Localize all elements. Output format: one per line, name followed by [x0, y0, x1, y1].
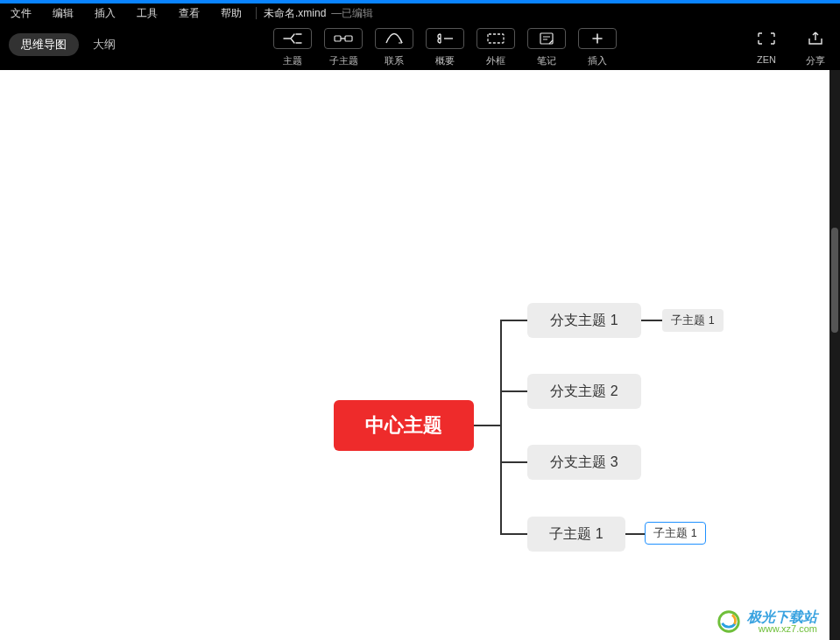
mindmap-canvas[interactable]: 中心主题 分支主题 1 分支主题 2 分支主题 3 子主题 1 子主题 1 子主…	[0, 70, 829, 640]
watermark-title: 极光下载站	[747, 610, 817, 624]
tool-relation[interactable]: 联系	[369, 23, 420, 67]
svg-rect-2	[488, 34, 504, 43]
share-icon	[796, 28, 835, 49]
note-icon	[527, 28, 566, 49]
sub-topic-1a[interactable]: 子主题 1	[662, 309, 724, 332]
tool-label: ZEN	[757, 54, 776, 65]
menu-insert[interactable]: 插入	[84, 4, 126, 23]
tool-topic[interactable]: 主题	[267, 23, 318, 67]
connector	[500, 320, 527, 321]
topic-icon	[273, 28, 312, 49]
boundary-icon	[476, 28, 515, 49]
vertical-scrollbar[interactable]	[829, 70, 840, 640]
tool-insert[interactable]: 插入	[572, 23, 623, 67]
menu-tools[interactable]: 工具	[126, 4, 168, 23]
connector	[500, 461, 527, 463]
tool-boundary[interactable]: 外框	[470, 23, 521, 67]
branch-topic-4[interactable]: 子主题 1	[527, 517, 625, 552]
tool-zen[interactable]: ZEN	[742, 23, 791, 65]
tool-summary[interactable]: 概要	[420, 23, 470, 67]
svg-rect-1	[345, 36, 352, 41]
watermark-url: www.xz7.com	[759, 624, 817, 634]
center-topic[interactable]: 中心主题	[334, 400, 474, 451]
tool-label: 插入	[588, 54, 607, 67]
sub-topic-4a-selected[interactable]: 子主题 1	[645, 522, 706, 545]
view-mindmap[interactable]: 思维导图	[9, 33, 79, 56]
menu-view[interactable]: 查看	[168, 4, 210, 23]
tool-subtopic[interactable]: 子主题	[318, 23, 369, 67]
svg-rect-0	[335, 36, 341, 41]
connector	[500, 320, 502, 534]
view-outline[interactable]: 大纲	[86, 33, 123, 56]
tool-label: 主题	[283, 54, 302, 67]
watermark-icon	[716, 608, 742, 635]
branch-topic-3[interactable]: 分支主题 3	[527, 445, 641, 480]
watermark: 极光下载站 www.xz7.com	[716, 608, 817, 635]
connector	[625, 533, 645, 535]
summary-icon	[426, 28, 464, 49]
connector	[474, 425, 500, 426]
insert-icon	[578, 28, 617, 49]
tool-note[interactable]: 笔记	[521, 23, 572, 67]
toolbar-tools: 主题 子主题 联系 概要	[267, 23, 623, 67]
branch-topic-2[interactable]: 分支主题 2	[527, 374, 641, 409]
tool-label: 笔记	[537, 54, 556, 67]
document-filename: 未命名.xmind	[260, 6, 326, 21]
menu-edit[interactable]: 编辑	[42, 4, 84, 23]
branch-topic-1[interactable]: 分支主题 1	[527, 303, 641, 338]
menu-bar: 文件 编辑 插入 工具 查看 帮助 未命名.xmind —已编辑	[0, 4, 840, 23]
view-switch: 思维导图 大纲	[0, 23, 131, 56]
menu-file[interactable]: 文件	[0, 4, 42, 23]
subtopic-icon	[324, 28, 363, 49]
menu-help[interactable]: 帮助	[210, 4, 252, 23]
tool-label: 联系	[385, 54, 404, 67]
tool-label: 外框	[486, 54, 505, 67]
zen-icon	[747, 28, 786, 49]
document-state: —已编辑	[326, 6, 373, 21]
toolbar: 思维导图 大纲 主题 子主题 联系	[0, 23, 840, 70]
toolbar-right: ZEN 分享	[742, 23, 840, 67]
connector	[500, 533, 527, 535]
menu-divider	[256, 7, 257, 19]
scrollbar-thumb[interactable]	[831, 228, 838, 333]
tool-label: 分享	[806, 54, 825, 67]
tool-label: 概要	[435, 54, 455, 67]
connector	[641, 320, 662, 321]
relation-icon	[375, 28, 413, 49]
tool-share[interactable]: 分享	[791, 23, 840, 67]
tool-label: 子主题	[329, 54, 358, 67]
connector	[500, 390, 527, 392]
